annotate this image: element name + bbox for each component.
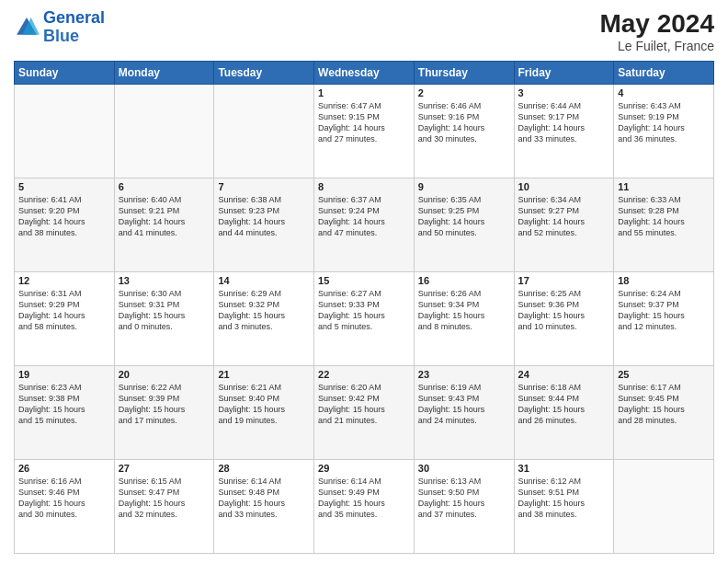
calendar-cell: 4Sunrise: 6:43 AM Sunset: 9:19 PM Daylig… (614, 85, 714, 178)
calendar-cell (114, 85, 214, 178)
day-content: Sunrise: 6:14 AM Sunset: 9:49 PM Dayligh… (318, 476, 410, 521)
calendar-cell: 30Sunrise: 6:13 AM Sunset: 9:50 PM Dayli… (414, 460, 514, 554)
col-header-saturday: Saturday (614, 62, 714, 85)
day-content: Sunrise: 6:40 AM Sunset: 9:21 PM Dayligh… (119, 194, 210, 239)
calendar-cell (614, 460, 714, 554)
day-number: 15 (318, 275, 410, 286)
calendar-cell: 11Sunrise: 6:33 AM Sunset: 9:28 PM Dayli… (614, 178, 714, 272)
calendar-week-5: 26Sunrise: 6:16 AM Sunset: 9:46 PM Dayli… (15, 460, 714, 554)
logo-icon (14, 15, 40, 40)
day-number: 22 (318, 369, 410, 380)
logo-text: General Blue (43, 9, 105, 46)
day-number: 6 (119, 181, 210, 192)
col-header-thursday: Thursday (414, 62, 514, 85)
day-number: 4 (618, 87, 710, 98)
day-number: 13 (119, 275, 210, 286)
calendar-week-3: 12Sunrise: 6:31 AM Sunset: 9:29 PM Dayli… (15, 272, 714, 366)
calendar-cell: 25Sunrise: 6:17 AM Sunset: 9:45 PM Dayli… (614, 366, 714, 460)
day-content: Sunrise: 6:24 AM Sunset: 9:37 PM Dayligh… (618, 288, 710, 333)
day-content: Sunrise: 6:46 AM Sunset: 9:16 PM Dayligh… (418, 100, 510, 145)
logo-general: General (43, 8, 105, 27)
day-number: 20 (119, 369, 210, 380)
calendar-header-row: SundayMondayTuesdayWednesdayThursdayFrid… (15, 62, 714, 85)
day-number: 30 (418, 463, 510, 474)
col-header-sunday: Sunday (15, 62, 115, 85)
calendar-cell: 1Sunrise: 6:47 AM Sunset: 9:15 PM Daylig… (314, 85, 415, 178)
day-number: 2 (418, 87, 510, 98)
calendar-cell: 14Sunrise: 6:29 AM Sunset: 9:32 PM Dayli… (214, 272, 314, 366)
day-number: 29 (318, 463, 410, 474)
day-number: 27 (119, 463, 210, 474)
calendar-week-4: 19Sunrise: 6:23 AM Sunset: 9:38 PM Dayli… (15, 366, 714, 460)
day-content: Sunrise: 6:23 AM Sunset: 9:38 PM Dayligh… (18, 382, 110, 427)
day-number: 11 (618, 181, 710, 192)
day-number: 9 (418, 181, 510, 192)
day-number: 8 (318, 181, 410, 192)
calendar-cell: 9Sunrise: 6:35 AM Sunset: 9:25 PM Daylig… (414, 178, 514, 272)
calendar-cell: 7Sunrise: 6:38 AM Sunset: 9:23 PM Daylig… (214, 178, 314, 272)
header: General Blue May 2024 Le Fuilet, France (14, 9, 714, 53)
calendar-cell: 29Sunrise: 6:14 AM Sunset: 9:49 PM Dayli… (314, 460, 415, 554)
day-number: 12 (18, 275, 110, 286)
calendar-cell: 22Sunrise: 6:20 AM Sunset: 9:42 PM Dayli… (314, 366, 415, 460)
day-content: Sunrise: 6:12 AM Sunset: 9:51 PM Dayligh… (518, 476, 610, 521)
day-number: 3 (518, 87, 610, 98)
day-number: 28 (218, 463, 310, 474)
day-number: 26 (18, 463, 110, 474)
day-content: Sunrise: 6:27 AM Sunset: 9:33 PM Dayligh… (318, 288, 410, 333)
day-number: 14 (218, 275, 310, 286)
day-number: 17 (518, 275, 610, 286)
day-content: Sunrise: 6:41 AM Sunset: 9:20 PM Dayligh… (18, 194, 110, 239)
day-content: Sunrise: 6:44 AM Sunset: 9:17 PM Dayligh… (518, 100, 610, 145)
day-content: Sunrise: 6:26 AM Sunset: 9:34 PM Dayligh… (418, 288, 510, 333)
day-content: Sunrise: 6:35 AM Sunset: 9:25 PM Dayligh… (418, 194, 510, 239)
calendar-cell: 23Sunrise: 6:19 AM Sunset: 9:43 PM Dayli… (414, 366, 514, 460)
col-header-monday: Monday (114, 62, 214, 85)
month-year: May 2024 (599, 9, 714, 39)
day-content: Sunrise: 6:17 AM Sunset: 9:45 PM Dayligh… (618, 382, 710, 427)
location: Le Fuilet, France (599, 39, 714, 53)
calendar-cell: 2Sunrise: 6:46 AM Sunset: 9:16 PM Daylig… (414, 85, 514, 178)
day-number: 5 (18, 181, 110, 192)
day-number: 31 (518, 463, 610, 474)
day-content: Sunrise: 6:14 AM Sunset: 9:48 PM Dayligh… (218, 476, 310, 521)
day-content: Sunrise: 6:34 AM Sunset: 9:27 PM Dayligh… (518, 194, 610, 239)
calendar-cell: 17Sunrise: 6:25 AM Sunset: 9:36 PM Dayli… (514, 272, 614, 366)
day-number: 1 (318, 87, 410, 98)
logo: General Blue (14, 9, 105, 46)
calendar-cell: 3Sunrise: 6:44 AM Sunset: 9:17 PM Daylig… (514, 85, 614, 178)
day-content: Sunrise: 6:18 AM Sunset: 9:44 PM Dayligh… (518, 382, 610, 427)
day-content: Sunrise: 6:33 AM Sunset: 9:28 PM Dayligh… (618, 194, 710, 239)
calendar-cell: 10Sunrise: 6:34 AM Sunset: 9:27 PM Dayli… (514, 178, 614, 272)
day-number: 24 (518, 369, 610, 380)
calendar-cell: 24Sunrise: 6:18 AM Sunset: 9:44 PM Dayli… (514, 366, 614, 460)
day-number: 7 (218, 181, 310, 192)
day-content: Sunrise: 6:25 AM Sunset: 9:36 PM Dayligh… (518, 288, 610, 333)
day-number: 19 (18, 369, 110, 380)
calendar-cell: 28Sunrise: 6:14 AM Sunset: 9:48 PM Dayli… (214, 460, 314, 554)
page: General Blue May 2024 Le Fuilet, France … (0, 0, 728, 563)
calendar-cell: 21Sunrise: 6:21 AM Sunset: 9:40 PM Dayli… (214, 366, 314, 460)
title-block: May 2024 Le Fuilet, France (599, 9, 714, 53)
calendar-week-2: 5Sunrise: 6:41 AM Sunset: 9:20 PM Daylig… (15, 178, 714, 272)
day-content: Sunrise: 6:30 AM Sunset: 9:31 PM Dayligh… (119, 288, 210, 333)
calendar-cell: 13Sunrise: 6:30 AM Sunset: 9:31 PM Dayli… (114, 272, 214, 366)
day-number: 21 (218, 369, 310, 380)
col-header-friday: Friday (514, 62, 614, 85)
day-content: Sunrise: 6:31 AM Sunset: 9:29 PM Dayligh… (18, 288, 110, 333)
day-content: Sunrise: 6:13 AM Sunset: 9:50 PM Dayligh… (418, 476, 510, 521)
day-content: Sunrise: 6:37 AM Sunset: 9:24 PM Dayligh… (318, 194, 410, 239)
day-content: Sunrise: 6:47 AM Sunset: 9:15 PM Dayligh… (318, 100, 410, 145)
calendar-cell (214, 85, 314, 178)
calendar-cell: 8Sunrise: 6:37 AM Sunset: 9:24 PM Daylig… (314, 178, 415, 272)
day-number: 16 (418, 275, 510, 286)
col-header-tuesday: Tuesday (214, 62, 314, 85)
day-number: 10 (518, 181, 610, 192)
col-header-wednesday: Wednesday (314, 62, 415, 85)
calendar-cell: 18Sunrise: 6:24 AM Sunset: 9:37 PM Dayli… (614, 272, 714, 366)
day-content: Sunrise: 6:38 AM Sunset: 9:23 PM Dayligh… (218, 194, 310, 239)
calendar-cell: 27Sunrise: 6:15 AM Sunset: 9:47 PM Dayli… (114, 460, 214, 554)
day-content: Sunrise: 6:43 AM Sunset: 9:19 PM Dayligh… (618, 100, 710, 145)
day-content: Sunrise: 6:16 AM Sunset: 9:46 PM Dayligh… (18, 476, 110, 521)
calendar-cell: 19Sunrise: 6:23 AM Sunset: 9:38 PM Dayli… (15, 366, 115, 460)
